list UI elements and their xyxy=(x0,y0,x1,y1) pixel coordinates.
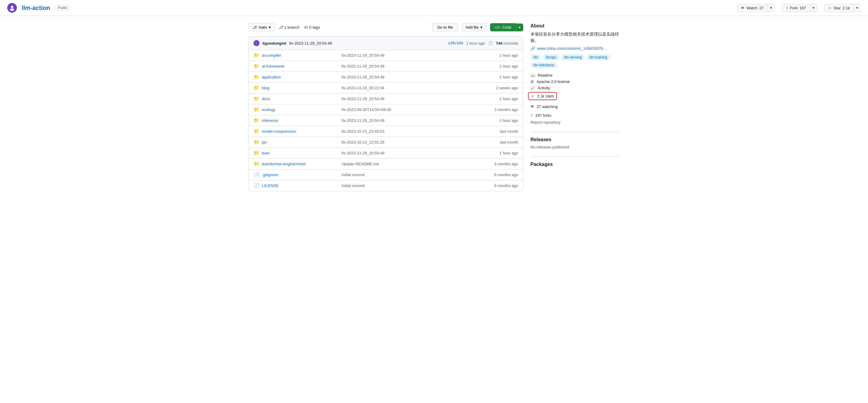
branch-select-button[interactable]: ⎇ main ▾ xyxy=(248,23,275,31)
file-name-link[interactable]: docs xyxy=(262,96,270,101)
watch-count: 27 xyxy=(759,6,764,10)
stars-count-label: 2.1k stars xyxy=(537,94,554,98)
fork-group: ⑂ Fork 197 ▾ xyxy=(782,4,817,12)
file-name-link[interactable]: blog xyxy=(262,86,270,90)
file-commit-message: fix-2023-10-13_22:01:26 xyxy=(342,140,474,144)
folder-icon: 📁 xyxy=(253,85,259,91)
file-name-cell: 📁 ai-framework xyxy=(253,63,342,69)
table-row: 📁 pic fix-2023-10-13_22:01:26 last month xyxy=(249,137,523,148)
commit-hash-link[interactable]: a30cb6b xyxy=(448,41,464,45)
folder-icon: 📁 xyxy=(253,118,259,123)
watch-split-button[interactable]: ▾ xyxy=(768,4,775,12)
star-split-button[interactable]: ▾ xyxy=(854,4,861,12)
star-group: ☆ Star 2.1k ▾ xyxy=(824,4,861,12)
file-icon: 📄 xyxy=(253,172,259,178)
file-name-cell: 📁 pic xyxy=(253,139,342,145)
commit-avatar: L xyxy=(253,40,259,46)
file-name-link[interactable]: transformer-engine/mnist xyxy=(262,162,306,166)
table-row: 📁 inference fix-2023-11-29_20:54:49 1 ho… xyxy=(249,115,523,126)
topic-tag[interactable]: llm-inference xyxy=(530,62,557,68)
tag-icon: 🏷 xyxy=(304,25,308,30)
repo-avatar xyxy=(7,3,17,13)
folder-icon: 📁 xyxy=(253,128,259,134)
branches-link[interactable]: ⎇ 1 branch xyxy=(278,25,299,30)
folder-icon: 📁 xyxy=(253,53,259,58)
file-commit-message: fix-2023-11-29_20:54:49 xyxy=(342,53,474,58)
tags-row: llmllmopsllm-servingllm-trainingllm-infe… xyxy=(530,54,620,68)
about-external-link[interactable]: 🔗 www.zhihu.com/column/c_145619376... xyxy=(530,46,620,51)
code-icon: </> xyxy=(495,25,500,30)
content-area: ⎇ main ▾ ⎇ 1 branch 🏷 0 tags Go to file xyxy=(248,23,523,191)
chevron-down-icon: ▾ xyxy=(269,25,271,30)
watch-button[interactable]: 👁 Watch 27 xyxy=(737,4,768,12)
file-commit-message: fix-2023-09-30T14:55+08:00 xyxy=(342,107,474,112)
releases-title: Releases xyxy=(530,137,620,142)
chevron-down-icon-2: ▾ xyxy=(480,25,483,30)
clock-icon: 🕐 xyxy=(488,41,493,46)
star-count: 2.1k xyxy=(842,6,850,10)
eye-icon-sidebar: 👁 xyxy=(530,104,534,109)
file-name-cell: 📁 ai-compiler xyxy=(253,53,342,58)
add-file-button[interactable]: Add file ▾ xyxy=(462,23,487,31)
about-title: About xyxy=(530,23,620,29)
about-section: About 本项目旨在分享大模型相关技术原理以及实战经验。 🔗 www.zhih… xyxy=(530,23,620,124)
branch-text: branch xyxy=(287,25,300,30)
table-row: 📄 LICENSE Initial commit 6 months ago xyxy=(249,180,523,191)
topic-tag[interactable]: llm xyxy=(530,54,541,60)
fork-button[interactable]: ⑂ Fork 197 xyxy=(782,4,810,12)
file-time: 1 hour ago xyxy=(474,151,518,155)
activity-link[interactable]: 📈 Activity xyxy=(530,86,620,90)
file-time: 2 months ago xyxy=(474,107,518,112)
branch-name: main xyxy=(258,25,267,30)
file-name-link[interactable]: LICENSE xyxy=(262,183,279,188)
file-name-link[interactable]: ai-framework xyxy=(262,64,284,68)
commits-label: commits xyxy=(504,41,518,46)
topic-tag[interactable]: llm-training xyxy=(587,54,610,60)
license-link[interactable]: ⚖ Apache-2.0 license xyxy=(530,79,620,84)
file-commit-message: fix-2023-11-29_20:54:49 xyxy=(342,96,474,101)
code-split-button[interactable]: ▾ xyxy=(516,24,523,31)
table-row: 📁 transformer-engine/mnist Update README… xyxy=(249,159,523,170)
file-name-cell: 📁 train xyxy=(253,150,342,156)
branch-icon: ⎇ xyxy=(252,25,257,30)
file-time: 1 hour ago xyxy=(474,96,518,101)
repo-name-link[interactable]: llm-action xyxy=(22,4,50,11)
add-file-group: Add file ▾ xyxy=(462,23,487,31)
about-link-text: www.zhihu.com/column/c_145619376... xyxy=(537,46,606,51)
code-button[interactable]: </> Code xyxy=(490,23,516,31)
table-row: 📁 model-compression fix-2023-10-23_22:45… xyxy=(249,126,523,137)
file-name-cell: 📁 model-compression xyxy=(253,128,342,134)
file-name-link[interactable]: model-compression xyxy=(262,129,296,134)
topic-tag[interactable]: llmops xyxy=(543,54,559,60)
commit-count: 744 commits xyxy=(496,41,518,46)
file-name-link[interactable]: train xyxy=(262,151,270,155)
file-name-link[interactable]: ai-compiler xyxy=(262,53,281,58)
forks-label: 197 forks xyxy=(535,113,551,118)
file-name-cell: 📄 LICENSE xyxy=(253,183,342,189)
forks-row[interactable]: ⑂ 197 forks xyxy=(530,113,620,118)
svg-point-0 xyxy=(11,6,13,8)
report-repository-link[interactable]: Report repository xyxy=(530,120,620,124)
file-name-link[interactable]: application xyxy=(262,75,281,79)
topic-tag[interactable]: llm-serving xyxy=(561,54,585,60)
tag-text: tags xyxy=(313,25,320,30)
watching-row[interactable]: 👁 27 watching xyxy=(530,104,620,109)
go-to-file-button[interactable]: Go to file xyxy=(432,23,458,31)
link-icon: 🔗 xyxy=(530,46,535,51)
watch-label: Watch xyxy=(747,6,757,10)
table-row: 📁 blog fix-2023-11-16_00:22:34 2 weeks a… xyxy=(249,83,523,93)
file-icon: 📄 xyxy=(253,183,259,189)
stars-row[interactable]: ☆ 2.1k stars xyxy=(528,92,557,100)
table-row: 📁 ai-framework fix-2023-11-29_20:54:49 1… xyxy=(249,61,523,72)
tags-link[interactable]: 🏷 0 tags xyxy=(304,25,320,30)
readme-link[interactable]: 📖 Readme xyxy=(530,73,620,78)
file-name-link[interactable]: .gitignore xyxy=(262,173,278,177)
file-name-link[interactable]: ecology xyxy=(262,107,276,112)
folder-icon: 📁 xyxy=(253,107,259,113)
file-name-link[interactable]: inference xyxy=(262,118,278,123)
fork-split-button[interactable]: ▾ xyxy=(810,4,817,12)
star-button[interactable]: ☆ Star 2.1k xyxy=(824,4,854,12)
file-name-link[interactable]: pic xyxy=(262,140,267,144)
commit-author[interactable]: liguodongiot xyxy=(262,41,286,46)
file-commit-message: fix-2023-11-29_20:54:49 xyxy=(342,151,474,155)
